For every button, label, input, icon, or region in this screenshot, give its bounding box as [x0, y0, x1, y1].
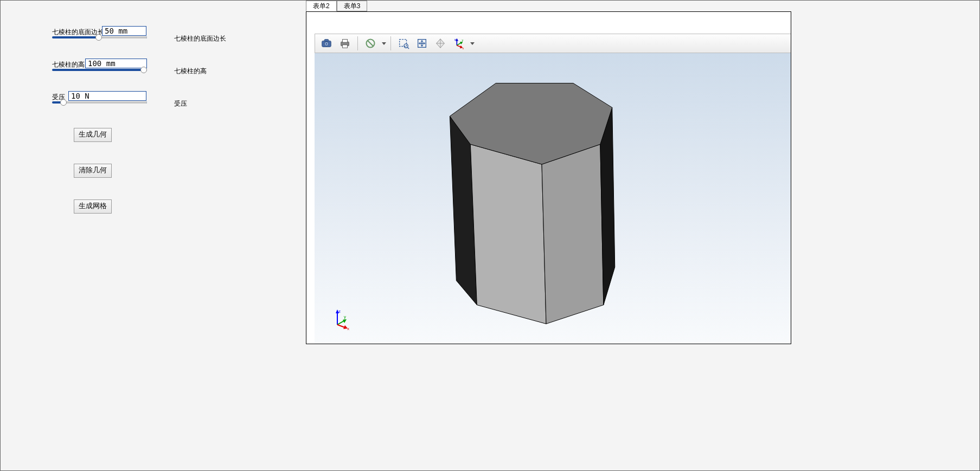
viewer-frame: z y x — [306, 11, 791, 344]
svg-point-10 — [404, 44, 408, 48]
toolbar-separator — [390, 36, 391, 50]
tab-bar: 表单2 表单3 — [306, 1, 367, 11]
tab-form3[interactable]: 表单3 — [337, 1, 368, 11]
svg-line-8 — [368, 41, 373, 46]
svg-rect-1 — [324, 40, 328, 42]
action-buttons: 生成几何 清除几何 生成网格 — [74, 128, 112, 214]
svg-marker-23 — [470, 144, 546, 324]
3d-viewport[interactable]: z y x — [315, 53, 791, 344]
generate-geometry-button[interactable]: 生成几何 — [74, 128, 112, 142]
base-edge-side-label: 七棱柱的底面边长 — [174, 34, 226, 43]
base-edge-slider-thumb[interactable] — [95, 34, 102, 41]
height-input[interactable] — [85, 59, 147, 68]
param-pressure: 受压 受压 — [6, 93, 299, 112]
svg-text:x: x — [462, 47, 464, 49]
svg-rect-6 — [342, 45, 347, 48]
deny-icon[interactable] — [362, 35, 379, 51]
svg-text:y: y — [462, 38, 464, 42]
svg-marker-24 — [542, 144, 604, 324]
viewer-toolbar: z y x — [315, 34, 791, 53]
param-base-edge: 七棱柱的底面边长 七棱柱的底面边长 — [6, 28, 299, 47]
svg-rect-5 — [342, 40, 347, 43]
print-icon[interactable] — [337, 35, 353, 51]
toolbar-separator — [357, 36, 358, 50]
app-window: 表单2 表单3 七棱柱的底面边长 七棱柱的底面边长 七棱柱的高 七棱柱的高 受 — [0, 0, 980, 471]
svg-text:y: y — [344, 314, 346, 319]
svg-point-3 — [325, 43, 328, 45]
height-slider[interactable] — [52, 69, 147, 71]
pressure-side-label: 受压 — [174, 99, 187, 108]
svg-line-11 — [407, 47, 409, 49]
pressure-input[interactable] — [68, 91, 146, 101]
generate-mesh-button[interactable]: 生成网格 — [74, 199, 112, 214]
param-height: 七棱柱的高 七棱柱的高 — [6, 60, 299, 79]
zoom-box-icon[interactable] — [395, 35, 412, 51]
svg-text:z: z — [338, 309, 341, 314]
chevron-down-icon[interactable] — [470, 42, 475, 45]
chevron-down-icon[interactable] — [382, 42, 386, 45]
height-slider-thumb[interactable] — [140, 67, 147, 73]
fit-icon[interactable] — [414, 35, 430, 51]
reset-view-icon[interactable] — [432, 35, 449, 51]
svg-rect-9 — [400, 40, 407, 47]
axes-orientation-icon: z y x — [331, 308, 353, 330]
left-panel: 七棱柱的底面边长 七棱柱的底面边长 七棱柱的高 七棱柱的高 受压 — [1, 11, 304, 469]
clear-geometry-button[interactable]: 清除几何 — [74, 164, 112, 178]
prism-render — [315, 53, 791, 344]
base-edge-input[interactable] — [102, 26, 146, 36]
svg-text:z: z — [454, 38, 456, 41]
height-label: 七棱柱的高 — [52, 60, 85, 69]
camera-icon[interactable] — [318, 35, 335, 51]
tab-form2[interactable]: 表单2 — [306, 1, 337, 11]
height-side-label: 七棱柱的高 — [174, 67, 207, 76]
axes-icon[interactable]: z y x — [451, 35, 467, 51]
pressure-slider-thumb[interactable] — [60, 99, 67, 106]
svg-text:x: x — [347, 326, 349, 330]
